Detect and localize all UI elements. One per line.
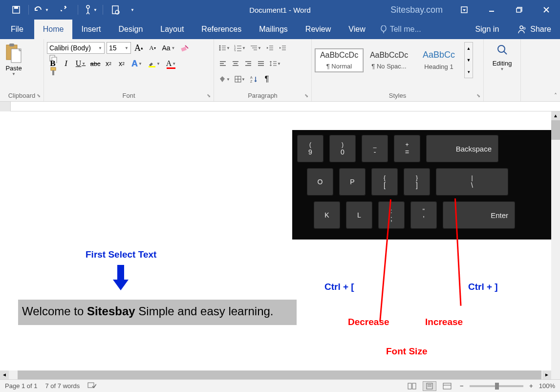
paste-button[interactable]: Paste ▼ bbox=[3, 40, 24, 76]
keyboard-key: Backspace bbox=[426, 135, 498, 162]
document-area[interactable]: First Select Text Welcome to Sitesbay Si… bbox=[0, 111, 560, 379]
multilevel-button[interactable]: ▼ bbox=[248, 42, 263, 54]
font-name-value: Calibri (Body) bbox=[49, 44, 91, 52]
read-mode-button[interactable] bbox=[405, 381, 419, 391]
print-layout-button[interactable] bbox=[423, 381, 436, 391]
minimize-button[interactable] bbox=[478, 0, 505, 20]
signin-button[interactable]: Sign in bbox=[466, 20, 508, 39]
selected-text[interactable]: Welcome to Sitesbay Simple and easy lear… bbox=[18, 300, 297, 325]
tab-design[interactable]: Design bbox=[109, 20, 151, 39]
shortcut-increase: Ctrl + ] bbox=[468, 282, 498, 292]
font-size-dropdown[interactable]: 15 ▼ bbox=[107, 42, 131, 54]
editing-button[interactable]: Editing ▼ bbox=[487, 40, 517, 71]
bold-button[interactable]: B bbox=[47, 58, 59, 69]
svg-point-10 bbox=[520, 26, 523, 29]
font-color-button[interactable]: A▼ bbox=[163, 58, 179, 69]
tab-home[interactable]: Home bbox=[34, 20, 73, 39]
ribbon-tabs: File Home Insert Design Layout Reference… bbox=[0, 20, 560, 39]
highlight-button[interactable]: ▼ bbox=[146, 58, 162, 69]
svg-point-27 bbox=[219, 47, 221, 49]
clipboard-launcher[interactable]: ⬊ bbox=[37, 93, 41, 98]
strikethrough-button[interactable]: abc bbox=[89, 58, 101, 69]
redo-button[interactable] bbox=[53, 0, 78, 20]
styles-launcher[interactable]: ⬊ bbox=[476, 93, 480, 98]
borders-button[interactable]: ▼ bbox=[233, 73, 247, 85]
italic-button[interactable]: I bbox=[60, 58, 72, 69]
line-spacing-button[interactable]: ▼ bbox=[268, 58, 282, 69]
tell-me-search[interactable]: Tell me... bbox=[374, 20, 427, 39]
superscript-button[interactable]: x2 bbox=[116, 58, 128, 69]
svg-rect-1 bbox=[14, 6, 18, 9]
font-group: Calibri (Body) ▼ 15 ▼ A▴ A▾ Aa▼ B I U▼ a… bbox=[44, 39, 214, 101]
scroll-right-button[interactable]: ► bbox=[542, 370, 551, 379]
show-marks-button[interactable]: ¶ bbox=[261, 73, 273, 85]
qat-customize-button[interactable]: ▼ bbox=[128, 0, 137, 20]
decrease-indent-button[interactable] bbox=[264, 42, 276, 54]
style-no-spacing[interactable]: AaBbCcDc ¶ No Spac... bbox=[365, 48, 413, 72]
scroll-left-button[interactable]: ◄ bbox=[0, 370, 9, 379]
align-center-button[interactable] bbox=[230, 58, 241, 69]
tab-review[interactable]: Review bbox=[297, 20, 340, 39]
align-left-button[interactable] bbox=[217, 58, 229, 69]
text-effects-button[interactable]: A▼ bbox=[129, 58, 145, 69]
touch-mode-button[interactable]: ▼ bbox=[78, 0, 103, 20]
tab-mailings[interactable]: Mailings bbox=[250, 20, 297, 39]
ribbon-display-button[interactable] bbox=[451, 0, 478, 20]
zoom-level[interactable]: 100% bbox=[539, 382, 555, 390]
grow-font-button[interactable]: A▴ bbox=[133, 42, 145, 54]
scroll-up-button[interactable]: ▲ bbox=[551, 111, 560, 120]
style-heading-1[interactable]: AaBbCc Heading 1 bbox=[414, 47, 463, 73]
paragraph-launcher[interactable]: ⬊ bbox=[304, 93, 308, 98]
tab-file[interactable]: File bbox=[0, 20, 34, 39]
svg-rect-69 bbox=[408, 383, 411, 389]
word-count[interactable]: 7 of 7 words bbox=[45, 382, 80, 390]
scroll-thumb[interactable] bbox=[551, 120, 560, 140]
subscript-button[interactable]: x2 bbox=[103, 58, 114, 69]
restore-button[interactable] bbox=[505, 0, 533, 20]
shrink-font-button[interactable]: A▾ bbox=[147, 42, 158, 54]
style-normal[interactable]: AaBbCcDc ¶ Normal bbox=[315, 48, 364, 72]
bullets-button[interactable]: ▼ bbox=[217, 42, 232, 54]
paragraph-label: Paragraph bbox=[214, 92, 311, 99]
shading-button[interactable]: ▼ bbox=[217, 73, 232, 85]
numbering-button[interactable]: 123▼ bbox=[233, 42, 247, 54]
zoom-slider[interactable] bbox=[470, 385, 523, 387]
styles-label: Styles bbox=[312, 92, 483, 99]
change-case-button[interactable]: Aa▼ bbox=[160, 42, 177, 54]
justify-button[interactable] bbox=[255, 58, 267, 69]
zoom-out-button[interactable]: − bbox=[458, 382, 466, 390]
spellcheck-icon[interactable] bbox=[87, 381, 96, 391]
zoom-in-button[interactable]: + bbox=[527, 382, 535, 390]
save-button[interactable] bbox=[4, 0, 28, 20]
tell-me-label: Tell me... bbox=[390, 25, 421, 34]
horizontal-scrollbar[interactable]: ◄ ► bbox=[0, 370, 551, 379]
web-layout-button[interactable] bbox=[440, 381, 454, 391]
hscroll-thumb[interactable] bbox=[18, 370, 541, 379]
align-right-button[interactable] bbox=[242, 58, 254, 69]
font-launcher[interactable]: ⬊ bbox=[207, 93, 211, 98]
keyboard-key: P bbox=[339, 168, 366, 196]
clear-formatting-button[interactable] bbox=[179, 42, 191, 54]
underline-button[interactable]: U▼ bbox=[73, 58, 88, 69]
close-button[interactable] bbox=[533, 0, 560, 20]
tab-references[interactable]: References bbox=[193, 20, 250, 39]
styles-up-button[interactable]: ▲ bbox=[465, 43, 473, 54]
share-button[interactable]: Share bbox=[508, 20, 560, 39]
sort-button[interactable]: AZ bbox=[248, 73, 260, 85]
collapse-ribbon-button[interactable]: ˄ bbox=[554, 92, 557, 99]
font-name-dropdown[interactable]: Calibri (Body) ▼ bbox=[47, 42, 105, 54]
keyboard-key: += bbox=[394, 135, 420, 162]
tab-insert[interactable]: Insert bbox=[72, 20, 109, 39]
print-preview-button[interactable] bbox=[103, 0, 128, 20]
tab-view[interactable]: View bbox=[340, 20, 374, 39]
increase-indent-button[interactable] bbox=[277, 42, 288, 54]
styles-expand-button[interactable]: ▾ bbox=[465, 66, 473, 78]
page-indicator[interactable]: Page 1 of 1 bbox=[5, 382, 38, 390]
svg-point-29 bbox=[219, 49, 221, 51]
svg-rect-23 bbox=[181, 46, 187, 51]
styles-down-button[interactable]: ▼ bbox=[465, 54, 473, 66]
vertical-scrollbar[interactable]: ▲ bbox=[551, 111, 560, 379]
tab-layout[interactable]: Layout bbox=[151, 20, 193, 39]
svg-rect-24 bbox=[149, 66, 155, 67]
undo-button[interactable]: ▼ bbox=[29, 0, 53, 20]
